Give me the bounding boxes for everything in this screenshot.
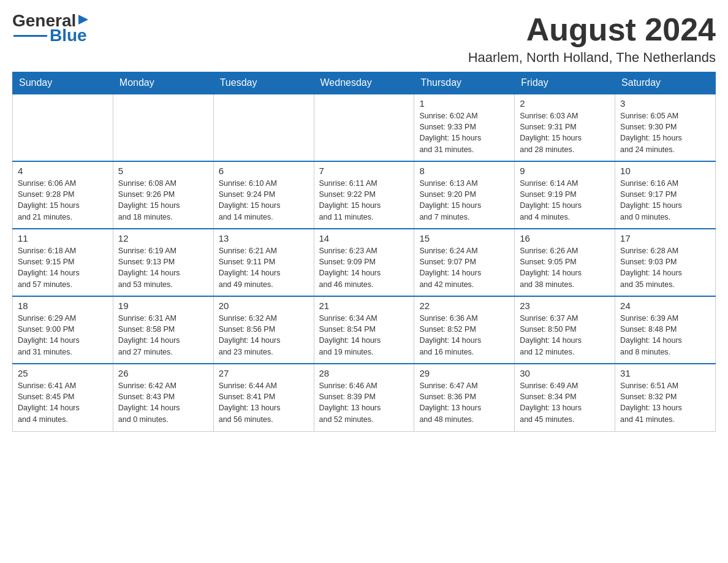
day-number: 31 <box>620 368 710 378</box>
day-number: 1 <box>419 98 509 109</box>
calendar-day-cell: 15Sunrise: 6:24 AMSunset: 9:07 PMDayligh… <box>414 229 515 296</box>
day-number: 28 <box>319 368 409 378</box>
day-info: Sunrise: 6:47 AMSunset: 8:36 PMDaylight:… <box>419 380 509 425</box>
calendar-week-row: 4Sunrise: 6:06 AMSunset: 9:28 PMDaylight… <box>13 161 716 229</box>
calendar-day-cell: 3Sunrise: 6:05 AMSunset: 9:30 PMDaylight… <box>615 94 716 161</box>
day-info: Sunrise: 6:37 AMSunset: 8:50 PMDaylight:… <box>520 313 610 358</box>
day-number: 18 <box>18 301 108 311</box>
calendar-day-cell: 27Sunrise: 6:44 AMSunset: 8:41 PMDayligh… <box>213 364 314 431</box>
day-info: Sunrise: 6:06 AMSunset: 9:28 PMDaylight:… <box>18 178 108 223</box>
calendar-week-row: 18Sunrise: 6:29 AMSunset: 9:00 PMDayligh… <box>13 296 716 364</box>
day-info: Sunrise: 6:21 AMSunset: 9:11 PMDaylight:… <box>219 245 309 290</box>
day-number: 27 <box>219 368 309 378</box>
day-info: Sunrise: 6:51 AMSunset: 8:32 PMDaylight:… <box>620 380 710 425</box>
day-number: 5 <box>118 166 208 176</box>
title-block: August 2024 Haarlem, North Holland, The … <box>468 12 716 66</box>
calendar-empty-cell <box>314 94 414 161</box>
day-number: 7 <box>319 166 409 176</box>
calendar-day-cell: 16Sunrise: 6:26 AMSunset: 9:05 PMDayligh… <box>515 229 615 296</box>
calendar-day-cell: 14Sunrise: 6:23 AMSunset: 9:09 PMDayligh… <box>314 229 414 296</box>
day-number: 6 <box>219 166 309 176</box>
calendar-day-cell: 18Sunrise: 6:29 AMSunset: 9:00 PMDayligh… <box>13 296 113 364</box>
calendar-day-cell: 1Sunrise: 6:02 AMSunset: 9:33 PMDaylight… <box>414 94 515 161</box>
calendar-day-cell: 9Sunrise: 6:14 AMSunset: 9:19 PMDaylight… <box>515 161 615 229</box>
location-title: Haarlem, North Holland, The Netherlands <box>468 50 716 66</box>
day-info: Sunrise: 6:05 AMSunset: 9:30 PMDaylight:… <box>620 110 710 155</box>
day-info: Sunrise: 6:08 AMSunset: 9:26 PMDaylight:… <box>118 178 208 223</box>
day-number: 26 <box>118 368 208 378</box>
calendar-day-cell: 21Sunrise: 6:34 AMSunset: 8:54 PMDayligh… <box>314 296 414 364</box>
day-info: Sunrise: 6:36 AMSunset: 8:52 PMDaylight:… <box>419 313 509 358</box>
weekday-header-thursday: Thursday <box>414 72 515 94</box>
weekday-header-tuesday: Tuesday <box>213 72 314 94</box>
calendar-empty-cell <box>213 94 314 161</box>
day-info: Sunrise: 6:11 AMSunset: 9:22 PMDaylight:… <box>319 178 409 223</box>
calendar-day-cell: 31Sunrise: 6:51 AMSunset: 8:32 PMDayligh… <box>615 364 716 431</box>
day-number: 19 <box>118 301 208 311</box>
day-info: Sunrise: 6:46 AMSunset: 8:39 PMDaylight:… <box>319 380 409 425</box>
day-number: 4 <box>18 166 108 176</box>
day-info: Sunrise: 6:10 AMSunset: 9:24 PMDaylight:… <box>219 178 309 223</box>
weekday-header-wednesday: Wednesday <box>314 72 414 94</box>
calendar-day-cell: 4Sunrise: 6:06 AMSunset: 9:28 PMDaylight… <box>13 161 113 229</box>
calendar-header-row: SundayMondayTuesdayWednesdayThursdayFrid… <box>13 72 716 94</box>
day-number: 29 <box>419 368 509 378</box>
day-number: 16 <box>520 233 610 243</box>
day-info: Sunrise: 6:13 AMSunset: 9:20 PMDaylight:… <box>419 178 509 223</box>
calendar-day-cell: 11Sunrise: 6:18 AMSunset: 9:15 PMDayligh… <box>13 229 113 296</box>
calendar-day-cell: 2Sunrise: 6:03 AMSunset: 9:31 PMDaylight… <box>515 94 615 161</box>
day-number: 20 <box>219 301 309 311</box>
calendar-day-cell: 23Sunrise: 6:37 AMSunset: 8:50 PMDayligh… <box>515 296 615 364</box>
calendar-day-cell: 26Sunrise: 6:42 AMSunset: 8:43 PMDayligh… <box>113 364 213 431</box>
day-number: 8 <box>419 166 509 176</box>
day-number: 15 <box>419 233 509 243</box>
calendar-day-cell: 22Sunrise: 6:36 AMSunset: 8:52 PMDayligh… <box>414 296 515 364</box>
day-number: 9 <box>520 166 610 176</box>
calendar-day-cell: 28Sunrise: 6:46 AMSunset: 8:39 PMDayligh… <box>314 364 414 431</box>
day-info: Sunrise: 6:44 AMSunset: 8:41 PMDaylight:… <box>219 380 309 425</box>
logo-arrow-icon <box>77 13 89 26</box>
logo: General Blue <box>12 12 89 44</box>
day-info: Sunrise: 6:39 AMSunset: 8:48 PMDaylight:… <box>620 313 710 358</box>
day-info: Sunrise: 6:19 AMSunset: 9:13 PMDaylight:… <box>118 245 208 290</box>
weekday-header-saturday: Saturday <box>615 72 716 94</box>
calendar-empty-cell <box>113 94 213 161</box>
calendar-day-cell: 19Sunrise: 6:31 AMSunset: 8:58 PMDayligh… <box>113 296 213 364</box>
day-number: 3 <box>620 98 710 109</box>
day-info: Sunrise: 6:32 AMSunset: 8:56 PMDaylight:… <box>219 313 309 358</box>
day-info: Sunrise: 6:31 AMSunset: 8:58 PMDaylight:… <box>118 313 208 358</box>
calendar-day-cell: 13Sunrise: 6:21 AMSunset: 9:11 PMDayligh… <box>213 229 314 296</box>
day-number: 2 <box>520 98 610 109</box>
calendar-week-row: 1Sunrise: 6:02 AMSunset: 9:33 PMDaylight… <box>13 94 716 161</box>
calendar-day-cell: 7Sunrise: 6:11 AMSunset: 9:22 PMDaylight… <box>314 161 414 229</box>
calendar-table: SundayMondayTuesdayWednesdayThursdayFrid… <box>12 72 716 432</box>
day-number: 14 <box>319 233 409 243</box>
day-number: 17 <box>620 233 710 243</box>
day-info: Sunrise: 6:23 AMSunset: 9:09 PMDaylight:… <box>319 245 409 290</box>
day-number: 25 <box>18 368 108 378</box>
weekday-header-sunday: Sunday <box>13 72 113 94</box>
day-info: Sunrise: 6:49 AMSunset: 8:34 PMDaylight:… <box>520 380 610 425</box>
day-info: Sunrise: 6:18 AMSunset: 9:15 PMDaylight:… <box>18 245 108 290</box>
day-number: 11 <box>18 233 108 243</box>
calendar-week-row: 11Sunrise: 6:18 AMSunset: 9:15 PMDayligh… <box>13 229 716 296</box>
day-number: 30 <box>520 368 610 378</box>
day-info: Sunrise: 6:34 AMSunset: 8:54 PMDaylight:… <box>319 313 409 358</box>
day-info: Sunrise: 6:02 AMSunset: 9:33 PMDaylight:… <box>419 110 509 155</box>
calendar-day-cell: 10Sunrise: 6:16 AMSunset: 9:17 PMDayligh… <box>615 161 716 229</box>
calendar-day-cell: 12Sunrise: 6:19 AMSunset: 9:13 PMDayligh… <box>113 229 213 296</box>
day-number: 21 <box>319 301 409 311</box>
day-info: Sunrise: 6:03 AMSunset: 9:31 PMDaylight:… <box>520 110 610 155</box>
month-title: August 2024 <box>468 12 716 47</box>
weekday-header-friday: Friday <box>515 72 615 94</box>
page-header: General Blue August 2024 Haarlem, North … <box>12 12 716 66</box>
calendar-day-cell: 29Sunrise: 6:47 AMSunset: 8:36 PMDayligh… <box>414 364 515 431</box>
calendar-empty-cell <box>13 94 113 161</box>
day-info: Sunrise: 6:16 AMSunset: 9:17 PMDaylight:… <box>620 178 710 223</box>
day-info: Sunrise: 6:14 AMSunset: 9:19 PMDaylight:… <box>520 178 610 223</box>
calendar-day-cell: 17Sunrise: 6:28 AMSunset: 9:03 PMDayligh… <box>615 229 716 296</box>
day-info: Sunrise: 6:42 AMSunset: 8:43 PMDaylight:… <box>118 380 208 425</box>
weekday-header-monday: Monday <box>113 72 213 94</box>
day-number: 10 <box>620 166 710 176</box>
day-number: 23 <box>520 301 610 311</box>
